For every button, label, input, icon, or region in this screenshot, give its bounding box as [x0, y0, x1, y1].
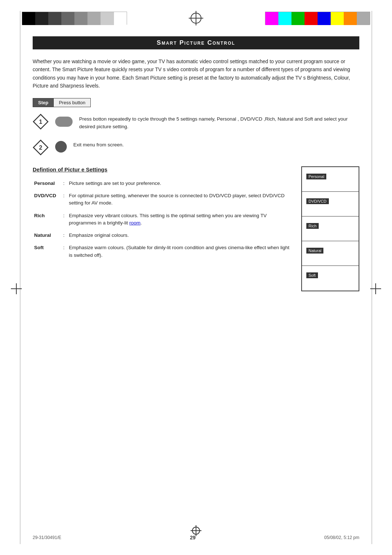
doc-number: 29-31/30491/E	[33, 535, 61, 540]
step-row-1: 1 Press botton repeatedly to cycle throu…	[33, 114, 359, 131]
menu-item-soft: Soft	[302, 266, 359, 291]
color-swatch-blue	[318, 12, 331, 25]
color-swatch-yellow	[331, 12, 344, 25]
table-row: Natural : Emphasize original colours.	[33, 230, 293, 243]
menu-item-label-natural: Natural	[306, 248, 323, 254]
main-content: Smart Picture Control Whether you are wa…	[0, 33, 392, 306]
grayscale-bar	[22, 12, 127, 25]
table-row: Rich : Emphasize very vibrant colours. T…	[33, 211, 293, 231]
color-swatch-orange	[344, 12, 357, 25]
def-colon-3: :	[62, 211, 68, 231]
menu-item-rich: Rich	[302, 216, 359, 241]
room-link[interactable]: room	[129, 220, 140, 226]
step-row-2: 2 Exit menu from screen.	[33, 139, 359, 155]
def-desc-personal: Picture settings are set to your prefere…	[68, 178, 293, 191]
step-header: Step Press button	[33, 98, 359, 107]
intro-text: Whether you are watching a movie or vide…	[33, 57, 359, 90]
page-title-text: Smart Picture Control	[157, 39, 235, 46]
grayscale-swatch-2	[35, 12, 48, 25]
grayscale-swatch-8	[114, 12, 127, 25]
definition-left: Defintion of Pictur e Settings Personal …	[33, 166, 293, 291]
step-number-1: 1	[33, 114, 49, 130]
menu-item-label-personal: Personal	[306, 174, 326, 179]
definition-title: Defintion of Pictur e Settings	[33, 166, 293, 173]
grayscale-swatch-6	[87, 12, 101, 25]
top-crosshair	[189, 11, 203, 25]
top-crosshair-circle	[191, 13, 201, 24]
grayscale-swatch-5	[74, 12, 87, 25]
def-colon-2: :	[62, 191, 68, 211]
def-colon-4: :	[62, 230, 68, 243]
press-button-label: Press button	[54, 98, 91, 107]
step-label: Step	[33, 98, 54, 107]
top-bar-area	[0, 0, 392, 33]
svg-text:1: 1	[39, 119, 42, 125]
page-border-right	[372, 11, 372, 544]
step-2-icon: 2	[33, 139, 49, 155]
def-term-natural: Natural	[33, 230, 62, 243]
bottom-crosshair-circle	[192, 527, 200, 535]
left-crosshair	[11, 283, 22, 294]
grayscale-swatch-4	[61, 12, 74, 25]
menu-item-label-rich: Rich	[306, 223, 319, 229]
grayscale-swatch-1	[22, 12, 35, 25]
grayscale-swatch-7	[101, 12, 114, 25]
step-2-text: Exit menu from screen.	[73, 139, 124, 149]
grayscale-swatch-3	[48, 12, 61, 25]
def-desc-soft: Emphasize warm colours. (Suitable for di…	[68, 243, 293, 263]
step-1-text: Press botton repeatedly to cycle through…	[79, 114, 359, 131]
page-number-bottom: 29	[190, 535, 196, 540]
def-colon-5: :	[62, 243, 68, 263]
menu-item-dvd: DVD/VCD	[302, 192, 359, 216]
table-row: DVD/VCD : For optimal picture setting, w…	[33, 191, 293, 211]
step-number-2: 2	[33, 139, 49, 155]
step-2-button-icon	[55, 141, 67, 153]
step-1-icon: 1	[33, 114, 49, 130]
menu-item-personal: Personal	[302, 167, 359, 192]
date-stamp: 05/08/02, 5:12 pm	[324, 535, 359, 540]
color-bar	[265, 12, 370, 25]
definition-table: Personal : Picture settings are set to y…	[33, 178, 293, 263]
def-term-personal: Personal	[33, 178, 62, 191]
table-row: Personal : Picture settings are set to y…	[33, 178, 293, 191]
color-swatch-green	[291, 12, 305, 25]
table-row: Soft : Emphasize warm colours. (Suitable…	[33, 243, 293, 263]
def-term-rich: Rich	[33, 211, 62, 231]
right-crosshair	[370, 283, 381, 294]
def-desc-natural: Emphasize original colours.	[68, 230, 293, 243]
color-swatch-red	[305, 12, 318, 25]
def-term-soft: Soft	[33, 243, 62, 263]
def-term-dvd: DVD/VCD	[33, 191, 62, 211]
color-swatch-gray	[357, 12, 370, 25]
def-desc-rich: Emphasize very vibrant colours. This set…	[68, 211, 293, 231]
color-swatch-magenta	[265, 12, 278, 25]
def-desc-dvd: For optimal picture setting, whenever th…	[68, 191, 293, 211]
menu-item-label-soft: Soft	[306, 272, 318, 278]
def-colon-1: :	[62, 178, 68, 191]
page-footer: 29-31/30491/E 29 05/08/02, 5:12 pm	[33, 535, 359, 540]
page-title: Smart Picture Control	[33, 36, 359, 49]
menu-panel: Personal DVD/VCD Rich Natural Soft	[301, 166, 359, 291]
steps-area: 1 Press botton repeatedly to cycle throu…	[33, 114, 359, 155]
definition-section: Defintion of Pictur e Settings Personal …	[33, 166, 359, 291]
step-1-button-icon	[55, 117, 73, 127]
menu-item-natural: Natural	[302, 241, 359, 266]
page-border-left	[20, 11, 20, 544]
color-swatch-cyan	[278, 12, 291, 25]
menu-item-label-dvd: DVD/VCD	[306, 198, 329, 204]
svg-text:2: 2	[39, 145, 42, 151]
